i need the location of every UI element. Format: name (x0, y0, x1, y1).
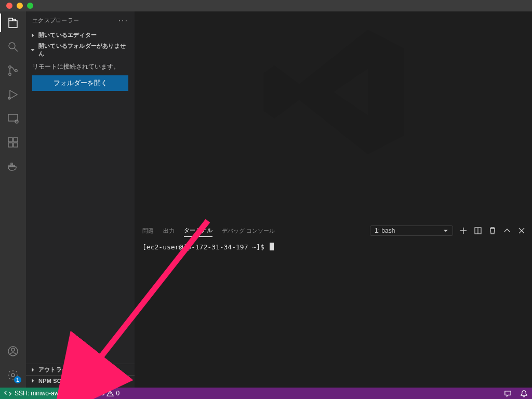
remote-status[interactable]: SSH: miriwo-aws-laravel (0, 388, 88, 399)
section-outline[interactable]: アウトライン (26, 364, 135, 375)
chevron-right-icon (29, 32, 36, 39)
window-minimize-button[interactable] (17, 3, 23, 9)
tab-problems[interactable]: 問題 (142, 225, 154, 237)
section-npm-scripts[interactable]: NPM SCRIPTS (26, 376, 135, 388)
error-icon (92, 390, 99, 397)
kill-terminal-icon[interactable] (488, 227, 497, 235)
warning-icon (107, 390, 114, 397)
svg-point-0 (9, 43, 15, 49)
tab-terminal[interactable]: ターミナル (184, 224, 212, 237)
window-zoom-button[interactable] (27, 3, 33, 9)
docker-icon[interactable] (6, 159, 20, 174)
close-panel-icon[interactable] (517, 227, 526, 235)
svg-point-3 (15, 70, 17, 72)
no-folder-label: 開いているフォルダーがありません (38, 42, 131, 58)
activity-bar: 1 (0, 11, 26, 388)
svg-point-6 (15, 120, 18, 123)
settings-badge: 1 (14, 376, 21, 383)
settings-gear-icon[interactable]: 1 (6, 368, 20, 382)
run-debug-icon[interactable] (6, 87, 20, 102)
terminal-selector[interactable]: 1: bash (370, 225, 453, 236)
terminal-prompt: [ec2-user@ip-172-31-34-197 ~]$ (142, 243, 264, 251)
remote-status-label: SSH: miriwo-aws-laravel (15, 390, 83, 397)
svg-rect-9 (8, 143, 12, 147)
new-terminal-icon[interactable] (459, 227, 468, 235)
sidebar-more-icon[interactable]: ··· (118, 17, 128, 25)
open-editors-label: 開いているエディター (38, 31, 97, 39)
accounts-icon[interactable] (6, 344, 20, 358)
chevron-down-icon (29, 46, 36, 54)
remote-connected-text: リモートに接続されています。 (32, 62, 128, 71)
svg-rect-10 (14, 143, 18, 147)
svg-rect-7 (8, 138, 12, 142)
chevron-down-icon (442, 227, 449, 234)
svg-point-1 (9, 66, 11, 68)
no-folder-body: リモートに接続されています。 フォルダーを開く (26, 59, 135, 96)
open-folder-button[interactable]: フォルダーを開く (32, 75, 128, 91)
search-icon[interactable] (6, 39, 20, 54)
notifications-icon[interactable] (516, 388, 532, 399)
problems-status[interactable]: 0 0 (88, 388, 124, 399)
editor-empty-canvas (135, 11, 532, 221)
extensions-icon[interactable] (6, 135, 20, 150)
chevron-right-icon (29, 366, 36, 374)
vscode-logo-watermark (256, 14, 411, 170)
sidebar-title: エクスプローラー (32, 17, 79, 24)
warning-count: 0 (116, 390, 119, 397)
npm-scripts-label: NPM SCRIPTS (38, 378, 78, 384)
terminal-body[interactable]: [ec2-user@ip-172-31-34-197 ~]$ (135, 240, 532, 388)
tab-debug-console[interactable]: デバッグ コンソール (222, 225, 275, 237)
svg-point-17 (11, 374, 15, 377)
status-bar: SSH: miriwo-aws-laravel 0 0 (0, 388, 532, 399)
svg-rect-14 (11, 163, 12, 165)
split-terminal-icon[interactable] (474, 227, 482, 235)
section-no-folder[interactable]: 開いているフォルダーがありません (26, 41, 135, 59)
bottom-panel: 問題 出力 ターミナル デバッグ コンソール 1: bash (135, 221, 532, 388)
window-titlebar (0, 0, 532, 11)
svg-point-16 (11, 348, 15, 351)
svg-point-4 (8, 97, 10, 99)
remote-explorer-icon[interactable] (6, 111, 20, 126)
chevron-right-icon (29, 377, 36, 384)
sidebar: エクスプローラー ··· 開いているエディター 開いているフォルダーがありません… (26, 11, 135, 388)
error-count: 0 (101, 390, 105, 397)
terminal-selector-label: 1: bash (375, 227, 395, 234)
outline-label: アウトライン (38, 366, 73, 374)
explorer-icon[interactable] (6, 16, 20, 30)
tab-output[interactable]: 出力 (163, 225, 175, 237)
terminal-cursor (270, 243, 274, 250)
section-open-editors[interactable]: 開いているエディター (26, 30, 135, 41)
svg-point-2 (9, 73, 11, 75)
window-close-button[interactable] (6, 3, 12, 9)
feedback-icon[interactable] (500, 388, 516, 399)
svg-rect-8 (14, 138, 18, 142)
remote-icon (4, 390, 11, 397)
editor-area: 問題 出力 ターミナル デバッグ コンソール 1: bash (135, 11, 532, 388)
source-control-icon[interactable] (6, 63, 20, 78)
chevron-up-icon[interactable] (503, 227, 511, 235)
